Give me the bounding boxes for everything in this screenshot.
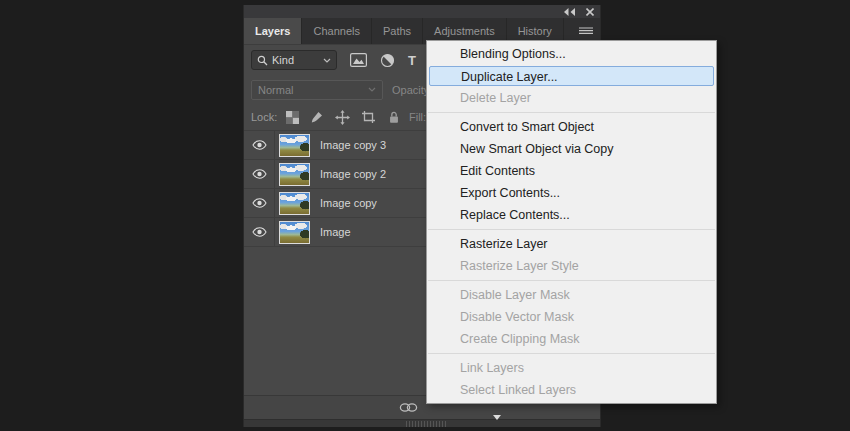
menu-item-rasterize-layer[interactable]: Rasterize Layer bbox=[427, 233, 716, 255]
eye-icon bbox=[252, 140, 267, 150]
menu-item-create-clipping-mask: Create Clipping Mask bbox=[427, 328, 716, 350]
fill-label: Fill: bbox=[409, 111, 426, 123]
lock-pixels-brush-icon[interactable] bbox=[310, 110, 324, 124]
lock-transparency-icon[interactable] bbox=[286, 111, 299, 124]
filter-kind-dropdown[interactable]: Kind bbox=[251, 50, 337, 70]
filter-kind-value: Kind bbox=[272, 54, 319, 66]
layer-name[interactable]: Image copy bbox=[320, 197, 377, 209]
tab-layers[interactable]: Layers bbox=[244, 18, 302, 44]
visibility-toggle[interactable] bbox=[244, 131, 275, 159]
menu-separator bbox=[428, 280, 715, 281]
panel-menu-icon[interactable] bbox=[579, 27, 593, 36]
tab-channels[interactable]: Channels bbox=[302, 18, 371, 44]
menu-item-edit-contents[interactable]: Edit Contents bbox=[427, 160, 716, 182]
panel-titlebar bbox=[244, 5, 600, 18]
chevron-down-icon bbox=[368, 87, 376, 92]
link-layers-icon[interactable] bbox=[399, 402, 418, 413]
visibility-toggle[interactable] bbox=[244, 218, 275, 246]
visibility-toggle[interactable] bbox=[244, 160, 275, 188]
menu-item-disable-vector-mask: Disable Vector Mask bbox=[427, 306, 716, 328]
type-layers-icon[interactable]: T bbox=[408, 53, 416, 68]
menu-item-new-smart-object-via-copy[interactable]: New Smart Object via Copy bbox=[427, 138, 716, 160]
eye-icon bbox=[252, 169, 267, 179]
layer-name[interactable]: Image copy 3 bbox=[320, 139, 386, 151]
layer-name[interactable]: Image bbox=[320, 226, 351, 238]
menu-separator bbox=[428, 229, 715, 230]
eye-icon bbox=[252, 227, 267, 237]
blend-mode-dropdown[interactable]: Normal bbox=[251, 80, 383, 100]
close-panel-icon[interactable] bbox=[586, 8, 594, 16]
resize-grip[interactable] bbox=[406, 421, 446, 427]
eye-icon bbox=[252, 198, 267, 208]
lock-artboard-nesting-icon[interactable] bbox=[361, 110, 376, 124]
menu-item-replace-contents[interactable]: Replace Contents... bbox=[427, 204, 716, 226]
menu-item-rasterize-layer-style: Rasterize Layer Style bbox=[427, 255, 716, 277]
menu-item-delete-layer: Delete Layer bbox=[427, 87, 716, 109]
search-icon bbox=[257, 55, 268, 66]
chevron-down-icon bbox=[323, 58, 331, 63]
menu-separator bbox=[428, 353, 715, 354]
menu-item-export-contents[interactable]: Export Contents... bbox=[427, 182, 716, 204]
pixel-layers-icon[interactable] bbox=[350, 53, 367, 67]
visibility-toggle[interactable] bbox=[244, 189, 275, 217]
layer-thumbnail[interactable] bbox=[279, 134, 310, 157]
menu-item-disable-layer-mask: Disable Layer Mask bbox=[427, 284, 716, 306]
blend-mode-value: Normal bbox=[258, 84, 368, 96]
tab-paths[interactable]: Paths bbox=[372, 18, 423, 44]
layer-thumbnail[interactable] bbox=[279, 163, 310, 186]
menu-item-convert-to-smart-object[interactable]: Convert to Smart Object bbox=[427, 116, 716, 138]
menu-item-link-layers: Link Layers bbox=[427, 357, 716, 379]
panel-flyout-arrow-icon bbox=[493, 415, 501, 420]
collapse-panel-icon[interactable] bbox=[564, 8, 575, 16]
layer-thumbnail[interactable] bbox=[279, 192, 310, 215]
layer-context-menu: Blending Options... Duplicate Layer... D… bbox=[426, 40, 717, 404]
menu-separator bbox=[428, 112, 715, 113]
menu-item-blending-options[interactable]: Blending Options... bbox=[427, 43, 716, 65]
menu-item-select-linked-layers: Select Linked Layers bbox=[427, 379, 716, 401]
menu-item-duplicate-layer[interactable]: Duplicate Layer... bbox=[429, 66, 714, 86]
lock-position-move-icon[interactable] bbox=[335, 110, 350, 125]
layer-thumbnail[interactable] bbox=[279, 221, 310, 244]
lock-all-padlock-icon[interactable] bbox=[387, 110, 401, 124]
adjustment-layers-icon[interactable] bbox=[380, 53, 395, 68]
layer-name[interactable]: Image copy 2 bbox=[320, 168, 386, 180]
lock-label: Lock: bbox=[251, 111, 277, 123]
panel-bottom-edge bbox=[244, 419, 600, 427]
